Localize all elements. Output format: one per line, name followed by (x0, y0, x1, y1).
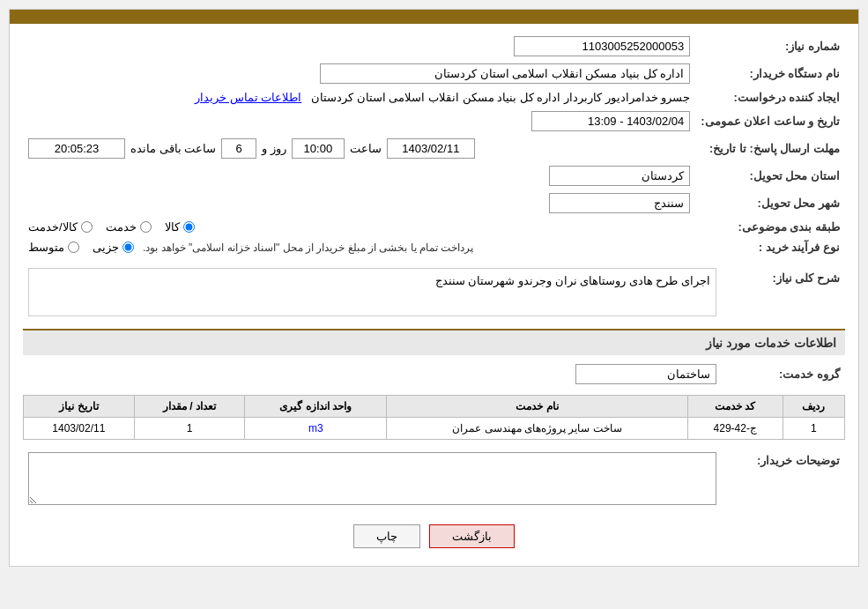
category-option-kala[interactable]: کالا (165, 220, 195, 234)
deadline-label: مهلت ارسال پاسخ: تا تاریخ: (695, 135, 845, 162)
table-cell: ج-42-429 (687, 418, 783, 440)
col-header-name: نام خدمت (387, 396, 687, 418)
table-cell: 1403/02/11 (24, 418, 135, 440)
col-header-unit: واحد اندازه گیری (245, 396, 387, 418)
deadline-time-label: ساعت (350, 142, 382, 155)
province-value: کردستان (549, 166, 690, 186)
city-value: سنندج (549, 193, 690, 213)
table-row: 1ج-42-429ساخت سایر پروژه‌های مهندسی عمرا… (24, 418, 845, 440)
buyer-notes-label: توضیحات خریدار: (722, 449, 845, 511)
buyer-notes-textarea[interactable] (28, 452, 716, 505)
creator-label: ایجاد کننده درخواست: (695, 87, 845, 108)
description-value: اجرای طرح هادی روستاهای نران وجرندو شهرس… (28, 268, 716, 316)
deadline-date-value: 1403/02/11 (387, 138, 475, 159)
purchase-type-label: نوع فرآیند خرید : (695, 237, 845, 257)
page-header (10, 10, 858, 24)
request-number-value: 1103005252000053 (514, 36, 690, 56)
print-button[interactable]: چاپ (353, 524, 420, 548)
purchase-option-partial[interactable]: جزیی (93, 241, 134, 254)
service-group-value: ساختمان (575, 364, 716, 384)
services-section-header: اطلاعات خدمات مورد نیاز (23, 329, 845, 355)
table-cell: 1 (783, 418, 844, 440)
deadline-time-value: 10:00 (292, 138, 345, 159)
col-header-date: تاریخ نیاز (24, 396, 135, 418)
deadline-days-label: روز و (262, 142, 286, 155)
table-cell: ساخت سایر پروژه‌های مهندسی عمران (387, 418, 687, 440)
buyer-value: اداره کل بنیاد مسکن انقلاب اسلامی استان … (320, 63, 690, 84)
table-cell: 1 (134, 418, 245, 440)
creator-contact-link[interactable]: اطلاعات تماس خریدار (195, 91, 301, 104)
purchase-type-radio-group: متوسط جزیی (28, 241, 134, 254)
deadline-remaining-value: 20:05:23 (28, 138, 125, 159)
description-label: شرح کلی نیاز: (722, 264, 845, 320)
request-number-label: شماره نیاز: (695, 33, 845, 60)
col-header-quantity: تعداد / مقدار (134, 396, 245, 418)
announce-datetime-value: 1403/02/04 - 13:09 (531, 111, 690, 131)
purchase-option-medium[interactable]: متوسط (28, 241, 79, 254)
city-label: شهر محل تحویل: (695, 189, 845, 217)
services-table: ردیف کد خدمت نام خدمت واحد اندازه گیری ت… (23, 395, 845, 440)
col-header-row: ردیف (783, 396, 844, 418)
category-radio-group: کالا/خدمت خدمت کالا (28, 220, 690, 234)
buyer-label: نام دستگاه خریدار: (695, 60, 845, 87)
province-label: استان محل تحویل: (695, 162, 845, 189)
announce-datetime-label: تاریخ و ساعت اعلان عمومی: (695, 108, 845, 135)
service-group-label: گروه خدمت: (722, 360, 845, 388)
purchase-note: پرداخت تمام یا بخشی از مبلغ خریدار از مح… (143, 241, 473, 254)
back-button[interactable]: بازگشت (429, 524, 515, 548)
creator-value: جسرو خدامرادیور کاربردار اداره کل بنیاد … (311, 91, 690, 104)
button-row: بازگشت چاپ (23, 524, 845, 548)
category-label: طبقه بندی موضوعی: (695, 217, 845, 237)
col-header-code: کد خدمت (687, 396, 783, 418)
deadline-days-value: 6 (221, 138, 256, 159)
category-option-kala-khedmat[interactable]: کالا/خدمت (28, 220, 93, 234)
table-cell: m3 (245, 418, 387, 440)
deadline-remaining-label: ساعت باقی مانده (130, 142, 216, 155)
category-option-khedmat[interactable]: خدمت (106, 220, 152, 234)
